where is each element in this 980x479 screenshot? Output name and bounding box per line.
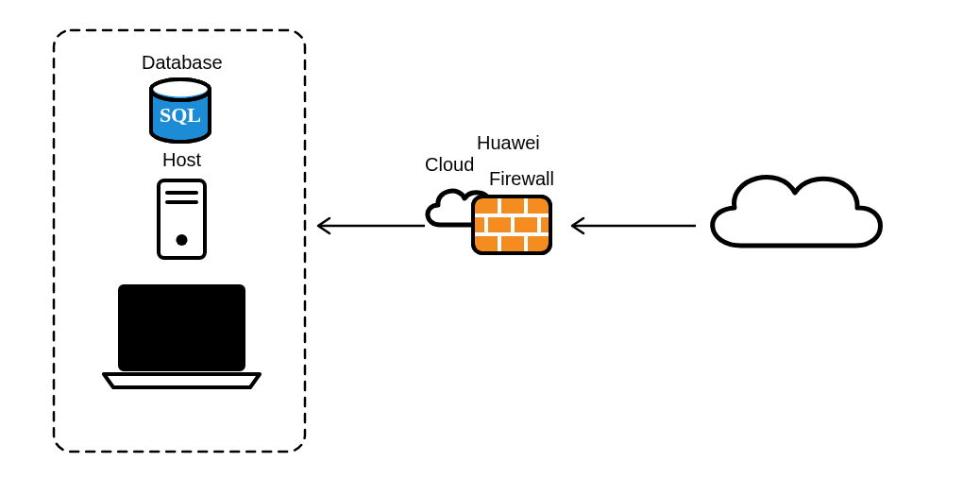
host-label: Host bbox=[162, 149, 201, 171]
diagram-canvas: Database SQL Host bbox=[0, 0, 980, 479]
arrow-cloud-to-firewall bbox=[559, 215, 701, 236]
svg-rect-9 bbox=[120, 286, 244, 369]
sql-text: SQL bbox=[160, 103, 201, 127]
database-label: Database bbox=[142, 52, 223, 74]
arrow-firewall-to-box bbox=[307, 215, 430, 236]
database-icon: SQL bbox=[147, 78, 213, 146]
laptop-icon bbox=[99, 282, 264, 395]
cloud-label: Cloud bbox=[425, 154, 474, 176]
host-icon bbox=[156, 178, 208, 263]
svg-point-8 bbox=[177, 234, 188, 246]
big-cloud-icon bbox=[689, 151, 897, 274]
huawei-label: Huawei bbox=[477, 132, 540, 154]
firewall-label: Firewall bbox=[489, 168, 554, 190]
firewall-icon bbox=[469, 193, 554, 259]
